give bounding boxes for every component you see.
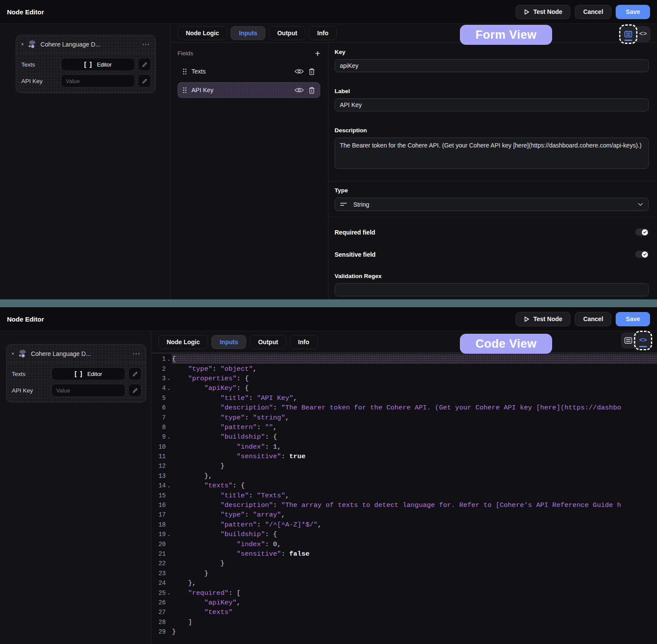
code-line-5[interactable]: 5 "title": "API Key",	[151, 393, 657, 403]
code-line-21[interactable]: 21 "sensitive": false	[151, 549, 657, 559]
line-number: 5	[162, 395, 166, 402]
fold-chevron-icon[interactable]: ⌄	[166, 483, 172, 488]
code-line-25[interactable]: 25⌄ "required": [	[151, 588, 657, 597]
code-line-13[interactable]: 13 },	[151, 471, 657, 481]
fold-chevron-icon[interactable]: ⌄	[166, 357, 172, 362]
node-card[interactable]: ▾ Cohere Language D... ··· Texts	[6, 344, 146, 402]
code-line-14[interactable]: 14⌄ "texts": {	[151, 481, 657, 490]
code-line-15[interactable]: 15 "title": "Texts",	[151, 490, 657, 500]
save-button[interactable]: Save	[616, 312, 650, 326]
code-line-7[interactable]: 7 "type": "string",	[151, 413, 657, 422]
fold-chevron-icon[interactable]: ⌄	[166, 386, 172, 391]
code-line-24[interactable]: 24 },	[151, 578, 657, 588]
code-line-3[interactable]: 3⌄ "properties": {	[151, 374, 657, 383]
edit-pencil-button[interactable]	[128, 367, 141, 380]
section-split-divider[interactable]	[0, 299, 657, 307]
type-select[interactable]: String	[335, 198, 649, 211]
drag-handle-icon[interactable]	[183, 68, 187, 75]
test-node-button[interactable]: Test Node	[516, 312, 571, 326]
node-card-body: Texts [ ] Editor API Key	[16, 54, 155, 93]
json-code-editor[interactable]: 1⌄{2 "type": "object",3⌄ "properties": {…	[151, 353, 657, 644]
save-button[interactable]: Save	[616, 5, 650, 19]
code-line-16[interactable]: 16 "description": "The array of texts to…	[151, 500, 657, 510]
code-text: {	[172, 354, 657, 364]
more-options-icon[interactable]: ···	[143, 41, 151, 47]
visibility-eye-icon[interactable]	[295, 87, 304, 93]
visibility-eye-icon[interactable]	[295, 68, 304, 74]
field-label: API Key	[191, 87, 290, 94]
tab-output[interactable]: Output	[250, 335, 286, 349]
code-line-29[interactable]: 29}	[151, 627, 657, 637]
code-line-20[interactable]: 20 "index": 0,	[151, 539, 657, 549]
line-number: 11	[158, 453, 166, 460]
delete-trash-icon[interactable]	[308, 87, 315, 94]
fold-chevron-icon[interactable]: ⌄	[166, 590, 172, 595]
required-toggle[interactable]	[635, 228, 649, 236]
cancel-button[interactable]: Cancel	[575, 312, 611, 326]
description-textarea[interactable]: The Bearer token for the Cohere API. (Ge…	[335, 138, 649, 169]
tab-node-logic[interactable]: Node Logic	[158, 335, 208, 349]
sensitive-toggle[interactable]	[635, 251, 649, 258]
code-line-19[interactable]: 19⌄ "buildship": {	[151, 530, 657, 539]
code-line-28[interactable]: 28 ]	[151, 617, 657, 627]
field-row-texts[interactable]: Texts	[178, 64, 320, 79]
code-line-22[interactable]: 22 }	[151, 559, 657, 568]
texts-editor-button[interactable]: [ ] Editor	[61, 58, 135, 71]
cancel-button[interactable]: Cancel	[575, 5, 611, 19]
edit-pencil-button[interactable]	[138, 74, 151, 87]
code-line-10[interactable]: 10 "index": 1,	[151, 442, 657, 452]
form-view-toggle-button[interactable]	[621, 332, 636, 349]
code-view-toggle-button[interactable]: <>	[636, 26, 650, 42]
collapse-chevron-icon[interactable]: ▾	[21, 42, 23, 47]
code-line-2[interactable]: 2 "type": "object",	[151, 364, 657, 373]
add-field-button[interactable]: +	[315, 49, 320, 58]
code-line-6[interactable]: 6 "description": "The Bearer token for t…	[151, 403, 657, 413]
test-node-button[interactable]: Test Node	[516, 5, 571, 19]
field-row-api-key[interactable]: API Key	[178, 82, 320, 98]
line-gutter: 8	[151, 424, 172, 431]
fold-chevron-icon[interactable]: ⌄	[166, 435, 172, 439]
code-line-26[interactable]: 26 "apiKey",	[151, 598, 657, 607]
fold-chevron-icon[interactable]: ⌄	[166, 532, 172, 537]
more-options-icon[interactable]: ···	[133, 350, 141, 357]
regex-input[interactable]	[335, 283, 649, 296]
delete-trash-icon[interactable]	[308, 68, 315, 75]
label-input[interactable]	[335, 98, 649, 111]
line-gutter: 29	[151, 628, 172, 635]
tab-info[interactable]: Info	[290, 335, 318, 349]
code-line-11[interactable]: 11 "sensitive": true	[151, 452, 657, 461]
code-line-18[interactable]: 18 "pattern": "/^[^A-Z]*$/",	[151, 520, 657, 530]
code-line-4[interactable]: 4⌄ "apiKey": {	[151, 383, 657, 393]
tab-output[interactable]: Output	[269, 26, 305, 40]
apikey-value-input[interactable]	[61, 74, 135, 87]
tab-inputs[interactable]: Inputs	[211, 335, 246, 349]
code-line-9[interactable]: 9⌄ "buildship": {	[151, 432, 657, 442]
code-line-1[interactable]: 1⌄{	[151, 354, 657, 364]
drag-handle-icon[interactable]	[183, 87, 187, 94]
line-number: 17	[158, 511, 166, 518]
code-line-23[interactable]: 23 }	[151, 569, 657, 578]
edit-pencil-button[interactable]	[128, 384, 141, 397]
node-card[interactable]: ▾ Cohere Language D... ··· Texts	[16, 35, 156, 93]
tab-info[interactable]: Info	[309, 26, 337, 40]
code-line-8[interactable]: 8 "pattern": "",	[151, 423, 657, 432]
texts-editor-button[interactable]: [ ] Editor	[51, 367, 125, 380]
code-view-section: Node Editor Test Node Cancel Save ▾	[0, 307, 657, 644]
code-text: "type": "object",	[172, 364, 657, 373]
code-line-12[interactable]: 12 }	[151, 461, 657, 471]
node-title: Cohere Language D...	[31, 350, 129, 357]
tab-inputs[interactable]: Inputs	[231, 26, 265, 40]
edit-pencil-button[interactable]	[138, 58, 151, 71]
node-field-row-texts: Texts [ ] Editor	[21, 58, 151, 71]
fold-chevron-icon[interactable]: ⌄	[166, 376, 172, 381]
code-line-17[interactable]: 17 "type": "array",	[151, 510, 657, 520]
code-view-toggle-button[interactable]: <>	[636, 332, 650, 349]
key-input[interactable]	[335, 59, 649, 72]
form-view-toggle-button[interactable]	[621, 26, 636, 42]
apikey-value-input[interactable]	[51, 384, 125, 397]
collapse-chevron-icon[interactable]: ▾	[12, 351, 14, 356]
tab-node-logic[interactable]: Node Logic	[178, 26, 227, 40]
fields-panel: Fields + Texts	[171, 43, 328, 299]
regex-label: Validation Regex	[335, 273, 649, 279]
code-line-27[interactable]: 27 "texts"	[151, 607, 657, 617]
